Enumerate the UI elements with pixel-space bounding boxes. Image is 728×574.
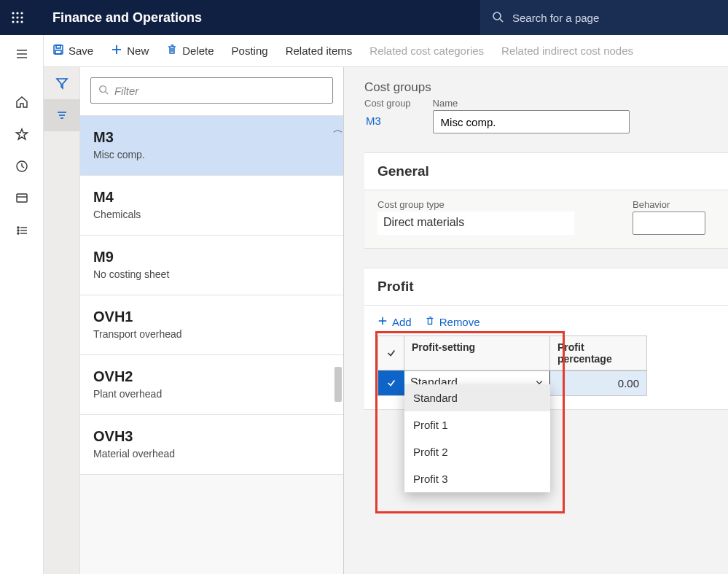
search-icon [492,11,504,25]
nav-home-icon[interactable] [0,86,44,118]
scrollbar-thumb[interactable] [334,367,342,402]
svg-point-8 [20,20,23,23]
cost-group-type-value[interactable]: Direct materials [377,212,574,235]
svg-point-33 [100,85,106,92]
list-item[interactable]: M3 Misc comp. [80,116,343,176]
delete-button[interactable]: Delete [166,44,214,58]
list-item-name: No costing sheet [93,268,330,280]
nav-recent-icon[interactable] [0,150,44,182]
list-item-name: Transport overhead [93,328,330,340]
svg-rect-25 [55,50,61,54]
svg-point-2 [20,12,23,14]
new-label: New [127,44,149,57]
related-items-label: Related items [286,44,353,57]
cost-group-value[interactable]: M3 [364,110,411,131]
svg-point-9 [493,12,501,20]
list-item[interactable]: OVH3 Material overhead [80,415,343,475]
svg-point-6 [12,20,14,23]
page-title: Cost groups [364,80,728,95]
new-button[interactable]: New [111,44,149,58]
action-bar: Save New Delete Posting Related items [44,35,728,67]
related-cost-categories-button[interactable]: Related cost categories [369,44,484,57]
section-profit: Profit Add [364,268,728,410]
search-icon [98,85,109,97]
dropdown-option[interactable]: Profit 2 [404,438,550,465]
row-select-checkbox[interactable] [378,371,404,395]
dropdown-option[interactable]: Profit 3 [404,465,550,492]
dropdown-option[interactable]: Standard [404,384,550,411]
profit-setting-dropdown: Standard Profit 1 Profit 2 Profit 3 [404,384,550,492]
svg-point-7 [16,20,18,23]
section-profit-title[interactable]: Profit [364,268,728,306]
list-toolbar [44,67,80,574]
profit-grid: Profit-setting Profit percentage Standar… [377,336,647,396]
list-item-code: M4 [93,189,330,206]
related-indirect-cost-nodes-label: Related indirect cost nodes [501,44,633,57]
list-item-code: OVH1 [93,309,330,325]
plus-icon [377,316,388,328]
list-item-name: Material overhead [93,448,330,459]
related-indirect-cost-nodes-button[interactable]: Related indirect cost nodes [501,44,633,57]
dropdown-option[interactable]: Profit 1 [404,411,550,438]
save-button[interactable]: Save [52,44,93,58]
plus-icon [111,44,122,58]
detail-pane: Cost groups Cost group M3 Name General [344,67,728,574]
global-search[interactable] [480,0,728,35]
svg-rect-15 [17,194,27,202]
app-header: Finance and Operations [0,0,728,35]
posting-button[interactable]: Posting [232,44,268,57]
nav-toggle-icon[interactable] [0,38,44,70]
name-label: Name [433,98,630,109]
svg-point-17 [17,227,19,228]
profit-remove-label: Remove [439,316,480,328]
posting-label: Posting [232,44,268,57]
list-filter[interactable] [90,77,333,104]
profit-add-button[interactable]: Add [377,316,412,328]
nav-workspaces-icon[interactable] [0,182,44,214]
svg-point-5 [20,16,23,18]
filter-funnel-icon[interactable] [44,67,80,99]
profit-add-label: Add [392,316,412,328]
related-items-button[interactable]: Related items [286,44,353,57]
list-item[interactable]: M4 Chemicals [80,176,343,236]
list-item[interactable]: OVH1 Transport overhead [80,295,343,355]
nav-rail [0,35,44,574]
scroll-up-chevron-icon[interactable]: ︿ [333,123,343,136]
filter-sort-icon[interactable] [44,99,80,131]
svg-point-21 [17,233,19,234]
list-item-code: M9 [93,249,330,265]
section-general-title[interactable]: General [364,153,728,190]
svg-rect-24 [56,45,60,48]
app-launcher-icon[interactable] [0,0,35,35]
nav-favorites-icon[interactable] [0,118,44,150]
list-item-code: OVH3 [93,428,330,445]
list-item-code: M3 [93,129,330,146]
svg-point-3 [12,16,14,18]
profit-remove-button[interactable]: Remove [425,316,480,328]
global-search-input[interactable] [512,12,716,24]
profit-percentage-cell[interactable]: 0.00 [550,371,646,395]
list-item[interactable]: M9 No costing sheet [80,236,343,295]
list-item-name: Misc comp. [93,149,330,160]
col-profit-setting[interactable]: Profit-setting [404,336,550,370]
list-item-name: Plant overhead [93,388,330,400]
list-filter-input[interactable] [114,85,325,97]
list-item[interactable]: OVH2 Plant overhead [80,355,343,415]
cost-group-label: Cost group [364,98,411,109]
record-list: M3 Misc comp. M4 Chemicals M9 No costing… [80,67,344,574]
section-general: General Cost group type Direct materials… [364,152,728,249]
nav-modules-icon[interactable] [0,214,44,247]
svg-line-34 [106,91,109,94]
delete-label: Delete [182,44,214,57]
behavior-value[interactable] [633,212,705,235]
svg-line-10 [500,19,503,22]
grid-select-all[interactable] [378,336,404,370]
behavior-label: Behavior [633,199,705,210]
list-item-code: OVH2 [93,368,330,385]
trash-icon [166,44,178,58]
svg-point-1 [16,12,18,14]
name-input[interactable] [433,110,630,133]
col-profit-percentage[interactable]: Profit percentage [550,336,646,370]
save-icon [52,44,64,58]
save-label: Save [69,44,93,57]
